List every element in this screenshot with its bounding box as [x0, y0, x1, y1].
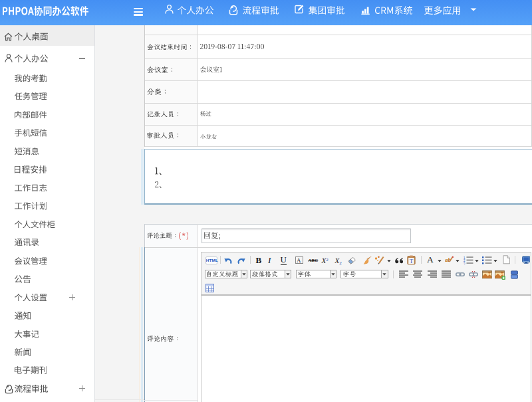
svg-text:3: 3	[464, 262, 466, 265]
svg-text:T: T	[410, 258, 414, 264]
